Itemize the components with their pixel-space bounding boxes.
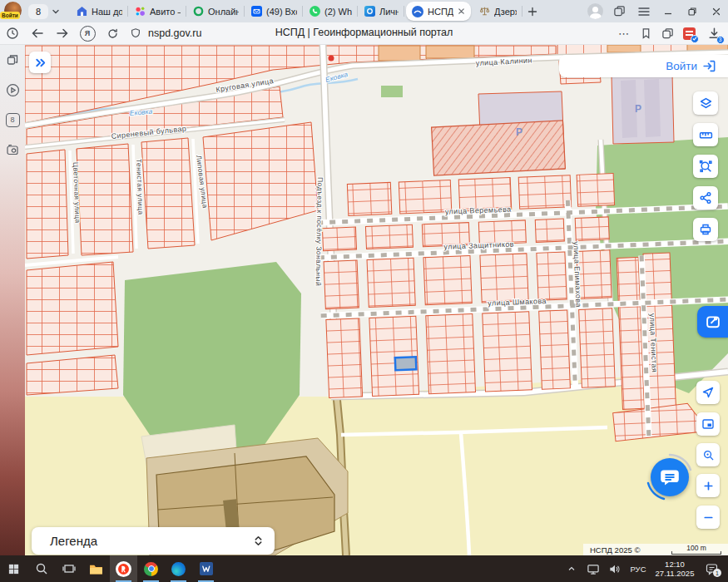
reload-button[interactable] — [100, 22, 125, 44]
map-login-bar[interactable]: Войти — [559, 55, 728, 77]
taskbar-clock[interactable]: 12:10 27.11.2025 — [651, 560, 698, 578]
share-button[interactable] — [693, 186, 718, 210]
yandex-browser-taskbar-button[interactable] — [110, 555, 137, 582]
sidebar-music-button[interactable] — [0, 78, 25, 101]
tray-network-button[interactable] — [583, 555, 603, 582]
url-text[interactable]: nspd.gov.ru — [148, 27, 201, 39]
extension-button[interactable] — [678, 22, 700, 44]
system-tray: РУС 12:10 27.11.2025 1 — [562, 555, 728, 582]
language-indicator[interactable]: РУС — [626, 565, 650, 574]
map-canvas[interactable]: улица Веремьева улица Защитников улица Ш… — [25, 44, 728, 555]
tab-close-icon[interactable] — [458, 7, 465, 17]
notification-badge: 1 — [713, 569, 721, 577]
more-actions-button[interactable]: ⋯ — [613, 22, 635, 44]
chrome-taskbar-button[interactable] — [137, 555, 165, 582]
profile-login-badge: Войти — [0, 12, 20, 19]
tab-avito[interactable]: Авито — — [128, 0, 186, 22]
history-button[interactable] — [0, 22, 25, 44]
tab-label: (2) Whats — [324, 7, 352, 17]
browser-profile-avatar[interactable] — [583, 0, 607, 22]
collections-icon — [661, 27, 674, 40]
profile-button[interactable]: Войти — [0, 0, 25, 22]
stacked-windows-icon — [613, 5, 626, 17]
file-explorer-button[interactable] — [82, 555, 110, 582]
word-icon — [200, 562, 213, 575]
tab-mail[interactable]: (49) Вход — [245, 0, 303, 22]
print-button[interactable] — [693, 218, 718, 241]
taskbar-search-button[interactable] — [27, 555, 55, 582]
tab-groups-button[interactable] — [607, 0, 631, 22]
chat-bubble-icon — [660, 467, 680, 487]
panels-icon — [6, 53, 19, 67]
nspd-logo-icon — [412, 6, 423, 17]
parking-label: Р — [516, 126, 522, 138]
start-button[interactable] — [0, 555, 27, 582]
sidebar-tabs-button[interactable]: 8 — [0, 108, 25, 131]
tab-nash-dom[interactable]: Наш дом — [70, 0, 128, 22]
browser-tab-bar: Войти 8 Наш дом Авито — Онлайн п (49) Вх… — [0, 0, 728, 22]
coordinate-search-button[interactable] — [696, 443, 720, 466]
overview-map-button[interactable] — [696, 412, 720, 436]
legend-panel[interactable]: Легенда — [32, 527, 275, 555]
downloads-button[interactable]: 3 — [700, 22, 728, 44]
speaker-icon — [608, 563, 622, 575]
map-marker — [329, 56, 334, 62]
geolocation-button[interactable] — [696, 381, 720, 404]
tab-onlain[interactable]: Онлайн п — [186, 0, 245, 22]
tab-label: Онлайн п — [208, 7, 239, 17]
tabs-dropdown-button[interactable] — [48, 4, 63, 19]
map-viewport[interactable]: улица Веремьева улица Защитников улица Ш… — [25, 44, 728, 555]
support-chat-button[interactable] — [651, 458, 689, 496]
clock-icon — [6, 27, 19, 40]
expand-panel-button[interactable] — [29, 52, 51, 73]
shield-icon — [130, 27, 141, 39]
scale-bracket — [671, 551, 721, 555]
window-close-button[interactable] — [704, 0, 728, 22]
addressbar-right-controls: ⋯ 3 — [613, 22, 728, 44]
window-minimize-button[interactable] — [656, 0, 680, 22]
date-text: 27.11.2025 — [651, 569, 698, 578]
chevron-down-icon — [52, 7, 60, 16]
tab-label: (49) Вход — [266, 7, 297, 17]
window-restore-button[interactable] — [680, 0, 704, 22]
layers-button[interactable] — [693, 91, 718, 115]
forward-button[interactable] — [50, 22, 75, 44]
tab-whatsapp[interactable]: (2) Whats — [303, 0, 358, 22]
action-center-button[interactable]: 1 — [700, 555, 723, 582]
measure-button[interactable] — [693, 123, 718, 146]
tray-volume-button[interactable] — [605, 555, 625, 582]
sidebar-panels-button[interactable] — [0, 48, 25, 72]
tab-lichny-kabinet[interactable]: Личный к — [358, 0, 404, 22]
expand-collapse-icon[interactable] — [254, 535, 263, 547]
tray-chevron-button[interactable] — [562, 555, 582, 582]
new-tab-button[interactable] — [522, 0, 542, 22]
refresh-icon — [106, 27, 119, 40]
sidebar-screenshot-button[interactable] — [0, 138, 25, 161]
minus-icon — [702, 511, 715, 524]
collections-button[interactable] — [656, 22, 678, 44]
play-icon — [6, 83, 20, 97]
extension-check-badge — [691, 35, 699, 43]
hamburger-icon — [638, 7, 650, 17]
selected-parcel[interactable] — [395, 357, 417, 370]
site-security-button[interactable] — [125, 22, 146, 44]
windows-taskbar: РУС 12:10 27.11.2025 1 — [0, 555, 728, 582]
basemap-flyout-button[interactable] — [697, 306, 728, 338]
parking-label: Р — [635, 103, 641, 115]
edge-taskbar-button[interactable] — [165, 555, 192, 582]
object-search-button[interactable] — [693, 155, 718, 178]
yandex-search-button[interactable]: Я — [75, 22, 100, 44]
word-taskbar-button[interactable] — [192, 555, 220, 582]
login-label[interactable]: Войти — [666, 60, 697, 72]
zoom-out-button[interactable] — [696, 506, 720, 529]
tab-dzerzhinsk[interactable]: Дзержин — [473, 0, 522, 22]
bookmark-button[interactable] — [635, 22, 656, 44]
back-button[interactable] — [25, 22, 50, 44]
zoom-in-button[interactable] — [696, 474, 720, 497]
task-view-button[interactable] — [55, 555, 82, 582]
share-icon — [699, 191, 712, 205]
tab-nspd-active[interactable]: НСПД — [406, 2, 471, 21]
tab-label: Наш дом — [92, 7, 122, 17]
browser-menu-button[interactable] — [631, 0, 656, 22]
tab-counter[interactable]: 8 — [28, 4, 48, 19]
